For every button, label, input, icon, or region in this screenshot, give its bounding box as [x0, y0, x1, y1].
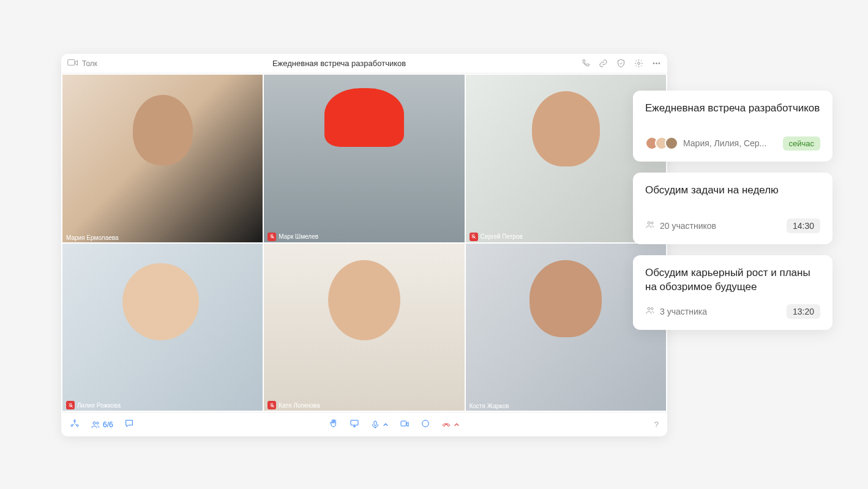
more-icon[interactable]: [652, 59, 661, 68]
participant-name-badge: Катя Логинова: [264, 400, 323, 411]
shield-icon[interactable]: [616, 59, 626, 68]
raise-hand-button[interactable]: [329, 419, 339, 431]
svg-point-14: [648, 222, 650, 224]
meeting-card-title: Ежедневная встреча разработчиков: [645, 102, 820, 116]
muted-icon: [66, 401, 75, 409]
participant-video: [62, 75, 263, 242]
participant-video: [264, 244, 464, 411]
participant-tile[interactable]: Марк Шмелев: [264, 75, 464, 242]
people-icon: [645, 220, 655, 232]
svg-rect-10: [351, 420, 358, 425]
svg-rect-12: [401, 421, 406, 426]
svg-point-5: [74, 420, 76, 422]
participants-button[interactable]: 6/6: [91, 420, 113, 430]
participant-name: Марк Шмелев: [279, 233, 318, 240]
time-badge: 13:20: [787, 304, 820, 319]
record-button[interactable]: [421, 419, 430, 431]
camera-icon: [67, 58, 78, 69]
meeting-card-row: Мария, Лилия, Сер... сейчас: [645, 136, 820, 151]
meeting-card-subtitle: Мария, Лилия, Сер...: [683, 138, 778, 148]
header-actions: [581, 59, 661, 68]
meeting-cards: Ежедневная встреча разработчиков Мария, …: [633, 91, 832, 330]
svg-point-16: [648, 307, 650, 310]
participant-tile[interactable]: Мария Ермолаева: [62, 75, 263, 242]
svg-rect-11: [374, 421, 376, 425]
meeting-card-subtitle: 3 участника: [660, 307, 782, 316]
svg-point-13: [422, 420, 428, 427]
app-brand: Толк: [67, 58, 97, 69]
meeting-card-subtitle: 20 участников: [660, 221, 782, 231]
video-call-window: Толк Ежедневная встреча разработчиков Ма…: [61, 54, 667, 436]
svg-point-2: [653, 63, 654, 64]
help-button[interactable]: ?: [654, 420, 659, 429]
muted-icon: [268, 401, 276, 409]
hangup-button[interactable]: [441, 419, 460, 430]
camera-button[interactable]: [400, 419, 410, 431]
svg-point-8: [93, 422, 95, 424]
muted-icon: [470, 233, 478, 241]
participant-name-badge: Лилия Рожкова: [62, 400, 124, 411]
participant-tile[interactable]: Лилия Рожкова: [62, 244, 263, 411]
participant-name-badge: Марк Шмелев: [264, 231, 322, 242]
participant-name: Лилия Рожкова: [77, 402, 121, 409]
video-grid: Мария Ермолаева Марк Шмелев Сергей Петро…: [61, 73, 667, 412]
avatar: [665, 136, 678, 150]
layout-button[interactable]: [70, 419, 80, 431]
meeting-card-row: 3 участника 13:20: [645, 304, 820, 319]
chat-button[interactable]: [124, 419, 134, 431]
chevron-up-icon: [383, 419, 389, 430]
meeting-title: Ежедневная встреча разработчиков: [97, 59, 581, 68]
svg-point-9: [97, 422, 99, 424]
participant-name: Катя Логинова: [279, 402, 320, 409]
link-icon[interactable]: [599, 59, 608, 68]
svg-rect-0: [68, 60, 75, 65]
meeting-card[interactable]: Обсудим задачи на неделю 20 участников 1…: [633, 173, 832, 244]
mic-button[interactable]: [370, 419, 389, 430]
meeting-card-row: 20 участников 14:30: [645, 218, 820, 233]
svg-point-15: [651, 222, 653, 224]
svg-point-17: [651, 307, 653, 309]
screen-share-button[interactable]: [350, 419, 359, 431]
participant-tile[interactable]: Катя Логинова: [264, 244, 464, 411]
participant-name: Костя Жарков: [470, 403, 509, 409]
svg-point-4: [659, 63, 660, 64]
window-header: Толк Ежедневная встреча разработчиков: [61, 54, 667, 73]
avatar-stack: [645, 136, 678, 150]
chevron-up-icon: [454, 419, 460, 430]
meeting-card[interactable]: Обсудим карьерный рост и планы на обозри…: [633, 255, 832, 330]
participant-video: [264, 75, 464, 242]
svg-point-1: [638, 62, 640, 65]
participant-name: Сергей Петров: [481, 233, 523, 240]
people-icon: [645, 305, 655, 318]
app-name-label: Толк: [82, 59, 97, 68]
participant-name: Мария Ермолаева: [66, 234, 119, 241]
gear-icon[interactable]: [634, 59, 643, 68]
participant-name-badge: Сергей Петров: [466, 231, 526, 242]
meeting-card-title: Обсудим задачи на неделю: [645, 184, 820, 198]
muted-icon: [268, 233, 276, 241]
call-toolbar: 6/6 ?: [61, 412, 667, 436]
svg-point-3: [656, 63, 657, 64]
participant-video: [62, 244, 263, 411]
meeting-card-title: Обсудим карьерный рост и планы на обозри…: [645, 266, 820, 294]
participant-name-badge: Мария Ермолаева: [62, 233, 122, 242]
time-badge: 14:30: [787, 218, 820, 233]
now-badge: сейчас: [783, 136, 821, 151]
participant-name-badge: Костя Жарков: [466, 401, 513, 411]
phone-icon[interactable]: [581, 59, 590, 68]
participant-count: 6/6: [103, 420, 113, 429]
meeting-card[interactable]: Ежедневная встреча разработчиков Мария, …: [633, 91, 832, 162]
